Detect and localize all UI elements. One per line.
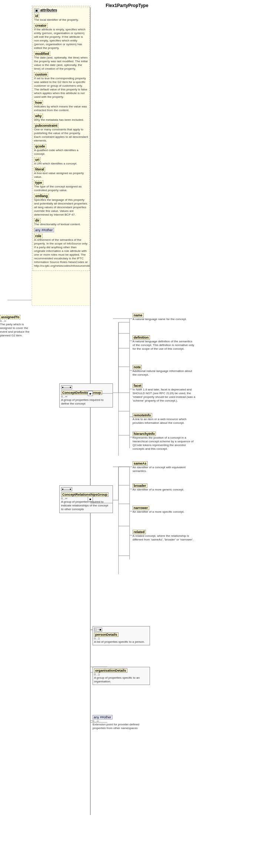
prop-custom: custom If set to true the corresponding … <box>34 72 88 99</box>
prop-custom-label: custom <box>34 72 48 77</box>
prop-id: id The local identifier of the property. <box>34 14 88 22</box>
concept-def-group-desc: A group of properties required to define… <box>61 398 111 406</box>
prop-pubconstraint-label: pubconstraint <box>34 123 59 128</box>
prop-uri: uri A URI which identifies a concept. <box>34 157 88 166</box>
right-sameas-label: sameAs <box>133 461 148 466</box>
attributes-label: attributes <box>40 8 57 12</box>
prop-dir-desc: The directionality of textual content. <box>34 223 88 226</box>
right-narrower-desc: An identifier of a more specific concept… <box>133 510 195 514</box>
prop-type-label: type <box>34 180 43 185</box>
prop-xmllang-desc: Specifies the language of this property … <box>34 198 88 217</box>
right-item-note: note Additional natural language informa… <box>133 365 195 377</box>
right-item-name: name A natural language name for the con… <box>133 313 195 321</box>
prop-literal: literal A free-text value assigned as pr… <box>34 167 88 179</box>
person-details-desc: A list of properties specific to a perso… <box>94 640 148 644</box>
prop-type: type The type of the concept assigned as… <box>34 180 88 192</box>
organisation-details-label: organisationDetails <box>94 668 127 673</box>
prop-literal-desc: A free-text value assigned as property v… <box>34 172 88 179</box>
connector-square-top: ■ <box>88 391 93 396</box>
attributes-section: ▣ attributes id The local identifier of … <box>33 7 90 271</box>
prop-custom-desc: If set to true the corresponding propert… <box>34 77 88 99</box>
prop-how-label: how <box>34 100 43 105</box>
right-item-hierarchyinfo: hierarchyInfo Represents the position of… <box>133 432 195 451</box>
assigned-to-section: assignedTo 0...∞ The party which is assi… <box>0 315 31 337</box>
concept-rel-group-cardinality: 0...∞ <box>61 497 111 500</box>
prop-any-other: any ##other <box>34 228 88 232</box>
right-item-remoteinfo: remoteInfo A link to an item or a web re… <box>133 413 195 425</box>
right-item-definition: definition A natural language definition… <box>133 335 195 351</box>
any-other-bottom-cardinality: 0...∞ <box>93 719 150 723</box>
right-related-label: related <box>133 530 146 534</box>
assigned-to-cardinality: 0...∞ <box>0 319 31 323</box>
concept-def-group: ●——● ConceptDefinitionGroup 0...∞ A grou… <box>59 383 113 408</box>
prop-qcode-label: qcode <box>34 144 46 149</box>
right-item-sameas: sameAs An identifier of a concept with e… <box>133 461 195 473</box>
person-details-section: □→■ personDetails 0...1 A list of proper… <box>93 626 150 645</box>
concept-rel-group-icon: ●——● <box>61 487 72 491</box>
person-details-label: personDetails <box>94 632 118 637</box>
right-hierarchyinfo-desc: Represents the position of a concept in … <box>133 436 195 451</box>
concept-rel-group: ●——● ConceptRelationshipsGroup 0...∞ A g… <box>59 485 113 513</box>
right-item-facet: facet In NAR 1.8 and later, facet is dep… <box>133 383 195 403</box>
prop-any-other-label: any ##other <box>34 228 54 232</box>
any-other-bottom-desc: Extension point for provider-defined pro… <box>93 723 150 730</box>
right-narrower-label: narrower <box>133 506 149 510</box>
assigned-to-label: assignedTo <box>0 315 20 319</box>
prop-how-desc: Indicates by which means the value was e… <box>34 105 88 112</box>
prop-why: why Why the metadata has been included. <box>34 114 88 122</box>
prop-pubconstraint: pubconstraint One or many constraints th… <box>34 123 88 143</box>
right-item-related: related A related concept, where the rel… <box>133 530 195 542</box>
right-facet-label: facet <box>133 383 143 388</box>
right-note-desc: Additional natural language information … <box>133 369 195 377</box>
person-details-cardinality: 0...1 <box>94 637 148 640</box>
organisation-details-cardinality: 0...1 <box>94 673 148 676</box>
right-related-desc: A related concept, where the relationshi… <box>133 534 195 542</box>
prop-xmllang: xmllang Specifies the language of this p… <box>34 194 88 217</box>
prop-modified: modified The date (and, optionally, the … <box>34 51 88 71</box>
prop-modified-label: modified <box>34 51 50 56</box>
right-definition-desc: A natural language definition of the sem… <box>133 340 195 351</box>
prop-xmllang-label: xmllang <box>34 194 49 198</box>
prop-qcode: qcode A qualified code which identifies … <box>34 144 88 156</box>
right-remoteinfo-desc: A link to an item or a web resource whic… <box>133 418 195 425</box>
prop-role-desc: A refinement of the semantics of the pro… <box>34 238 88 268</box>
prop-role: role A refinement of the semantics of th… <box>34 234 88 268</box>
person-details-connector: □→■ <box>94 628 102 632</box>
right-note-label: note <box>133 365 142 369</box>
right-definition-label: definition <box>133 335 150 340</box>
connector-square-bottom: ■ <box>88 496 93 502</box>
right-broader-desc: An identifier of a more generic concept. <box>133 488 195 492</box>
right-facet-desc: In NAR 1.8 and later, facet is deprecate… <box>133 388 195 403</box>
prop-type-desc: The type of the concept assigned as cont… <box>34 185 88 192</box>
prop-id-label: id <box>34 14 39 18</box>
right-remoteinfo-label: remoteInfo <box>133 413 152 418</box>
right-item-broader: broader An identifier of a more generic … <box>133 483 195 492</box>
prop-how: how Indicates by which means the value w… <box>34 100 88 112</box>
prop-literal-label: literal <box>34 167 45 172</box>
any-other-bottom-label: any ##other <box>93 715 113 719</box>
prop-id-desc: The local identifier of the property. <box>34 18 88 22</box>
assigned-to-desc: The party which is assigned to cover the… <box>0 323 31 337</box>
any-other-bottom-section: any ##other 0...∞ Extension point for pr… <box>93 715 150 730</box>
prop-dir: dir The directionality of textual conten… <box>34 218 88 226</box>
prop-creator-desc: If the attribute is empty, specifies whi… <box>34 28 88 50</box>
prop-modified-desc: The date (and, optionally, the time) whe… <box>34 56 88 71</box>
prop-pubconstraint-desc: One or many constraints that apply to pu… <box>34 128 88 143</box>
right-item-narrower: narrower An identifier of a more specifi… <box>133 506 195 514</box>
organisation-details-desc: A group of properties specific to an org… <box>94 676 148 684</box>
concept-rel-group-label: ConceptRelationshipsGroup <box>61 492 108 497</box>
prop-why-desc: Why the metadata has been included. <box>34 118 88 122</box>
organisation-details-section: organisationDetails 0...1 A group of pro… <box>93 667 150 685</box>
prop-uri-label: uri <box>34 157 41 162</box>
concept-def-group-cardinality: 0...∞ <box>61 395 111 398</box>
right-broader-label: broader <box>133 483 147 488</box>
prop-uri-desc: A URI which identifies a concept. <box>34 162 88 166</box>
diagram-container: Flex1PartyPropType ▣ attributes id The l… <box>0 0 254 868</box>
right-name-label: name <box>133 313 144 317</box>
attributes-header: ▣ attributes <box>34 8 88 12</box>
prop-dir-label: dir <box>34 218 41 223</box>
concept-rel-group-desc: A group of properties required to indica… <box>61 500 111 511</box>
right-hierarchyinfo-label: hierarchyInfo <box>133 432 156 436</box>
right-name-desc: A natural language name for the concept. <box>133 317 195 321</box>
title-text: Flex1PartyPropType <box>106 3 148 8</box>
